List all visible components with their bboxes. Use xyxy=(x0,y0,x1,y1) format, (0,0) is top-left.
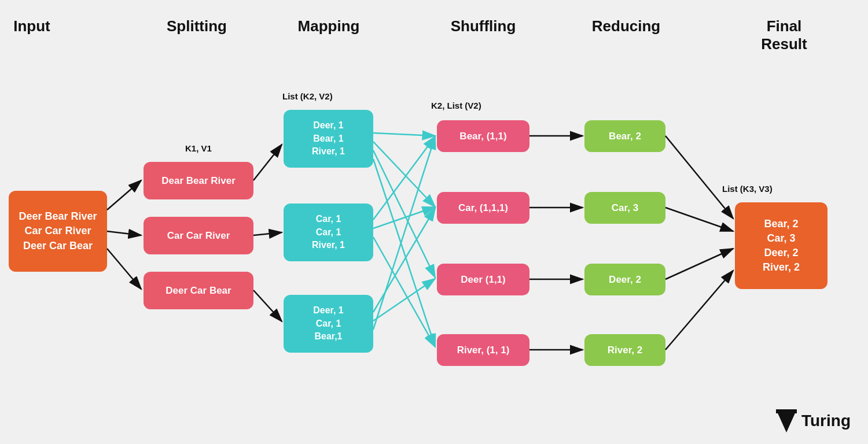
svg-line-10 xyxy=(373,150,435,278)
svg-line-7 xyxy=(253,290,282,321)
shuffle-box-2: Car, (1,1,1) xyxy=(437,192,529,224)
sublabel-k2listv2: K2, List (V2) xyxy=(431,101,481,110)
svg-line-17 xyxy=(373,136,435,330)
label-reducing: Reducing xyxy=(592,17,660,35)
turing-logo-text: Turing xyxy=(801,412,851,430)
reduce-box-3: Deer, 2 xyxy=(584,264,665,295)
svg-line-22 xyxy=(665,136,733,219)
split-box-3: Deer Car Bear xyxy=(144,272,253,309)
reduce-box-4: River, 2 xyxy=(584,334,665,366)
svg-line-16 xyxy=(373,279,435,321)
input-box: Deer Bear River Car Car River Deer Car B… xyxy=(9,191,107,272)
shuffle-box-4: River, (1, 1) xyxy=(437,334,529,366)
svg-line-12 xyxy=(373,136,435,220)
label-final: Final Result xyxy=(742,17,826,53)
final-box: Bear, 2 Car, 3 Deer, 2 River, 2 xyxy=(735,202,827,289)
svg-line-5 xyxy=(253,145,282,180)
label-input: Input xyxy=(13,17,50,35)
diagram: Input Splitting Mapping Shuffling Reduci… xyxy=(0,0,868,444)
svg-line-4 xyxy=(107,249,141,289)
map-box-2: Car, 1 Car, 1 River, 1 xyxy=(284,204,373,261)
split-box-2: Car Car River xyxy=(144,217,253,254)
label-splitting: Splitting xyxy=(167,17,227,35)
svg-line-2 xyxy=(107,180,141,210)
svg-line-24 xyxy=(665,249,733,279)
svg-line-8 xyxy=(373,133,435,136)
label-mapping: Mapping xyxy=(298,17,360,35)
svg-line-25 xyxy=(665,271,733,350)
sublabel-listk2v2: List (K2, V2) xyxy=(282,91,333,101)
map-box-1: Deer, 1 Bear, 1 River, 1 xyxy=(284,110,373,168)
label-shuffling: Shuffling xyxy=(451,17,516,35)
svg-line-13 xyxy=(373,207,435,228)
turing-logo: Turing xyxy=(776,409,851,432)
svg-line-3 xyxy=(107,231,141,235)
map-box-3: Deer, 1 Car, 1 Bear,1 xyxy=(284,295,373,353)
sublabel-listk3v3: List (K3, V3) xyxy=(722,184,773,194)
svg-line-6 xyxy=(253,232,282,235)
svg-line-9 xyxy=(373,142,435,207)
sublabel-k1v1: K1, V1 xyxy=(185,143,212,153)
svg-line-15 xyxy=(373,208,435,312)
turing-logo-icon xyxy=(776,409,797,432)
svg-line-23 xyxy=(665,208,733,231)
shuffle-box-1: Bear, (1,1) xyxy=(437,120,529,152)
reduce-box-2: Car, 3 xyxy=(584,192,665,224)
svg-line-11 xyxy=(373,159,435,347)
svg-line-14 xyxy=(373,237,435,347)
reduce-box-1: Bear, 2 xyxy=(584,120,665,152)
shuffle-box-3: Deer (1,1) xyxy=(437,264,529,295)
split-box-1: Dear Bear River xyxy=(144,162,253,199)
svg-rect-27 xyxy=(776,409,797,413)
